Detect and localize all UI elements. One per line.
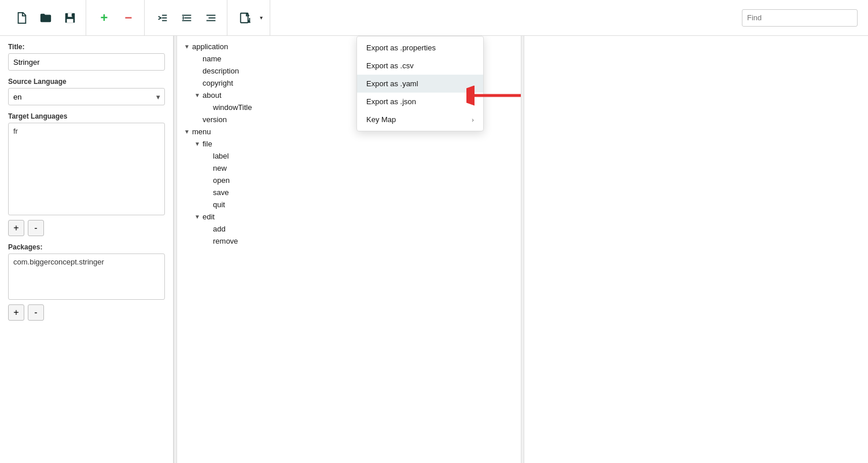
remove-package-button[interactable]: -: [28, 304, 44, 321]
tree-toggle-application[interactable]: ▼: [184, 43, 192, 50]
export-group: ▾: [230, 0, 270, 35]
tree-item-open[interactable]: open: [177, 174, 521, 186]
indent-group: [147, 0, 227, 35]
svg-rect-2: [67, 19, 73, 22]
title-label: Title:: [8, 43, 165, 51]
main-area: Title: Source Language en ▾ Target Langu…: [0, 36, 868, 463]
menu-item-label-export-properties: Export as .properties: [366, 43, 436, 52]
tree-item-quit[interactable]: quit: [177, 199, 521, 211]
tree-item-edit[interactable]: ▼edit: [177, 211, 521, 223]
indent-decrease-button[interactable]: [176, 7, 198, 29]
menu-item-export-json[interactable]: Export as .json: [357, 93, 483, 111]
find-group: [737, 0, 862, 35]
menu-item-key-map[interactable]: Key Map›: [357, 111, 483, 128]
tree-label-application: application: [192, 42, 228, 51]
save-button[interactable]: [59, 7, 81, 29]
tree-label-quit: quit: [213, 200, 225, 209]
indent-right-button[interactable]: [152, 7, 174, 29]
export-button-wrap: ▾: [234, 7, 265, 29]
tree-toggle-about[interactable]: ▼: [194, 92, 203, 98]
menu-item-label-export-yaml: Export as .yaml: [366, 79, 418, 88]
target-lang-buttons: + -: [8, 220, 165, 236]
target-languages-label: Target Languages: [8, 112, 165, 120]
new-file-button[interactable]: [10, 7, 32, 29]
tree-label-remove: remove: [213, 237, 238, 245]
tree-label-file: file: [203, 139, 212, 148]
tree-label-add: add: [213, 225, 226, 233]
packages-buttons: + -: [8, 304, 165, 321]
title-input[interactable]: [8, 53, 165, 71]
source-language-select[interactable]: en: [8, 88, 165, 105]
target-languages-box[interactable]: fr: [8, 123, 165, 215]
submenu-chevron-icon: ›: [472, 116, 474, 123]
tree-label-windowTitle: windowTitle: [213, 103, 252, 112]
tree-toggle-file[interactable]: ▼: [194, 141, 203, 147]
menu-item-label-export-json: Export as .json: [366, 97, 416, 106]
tree-label-description: description: [203, 67, 239, 75]
tree-label-copyright: copyright: [203, 79, 233, 87]
toolbar: + −: [0, 0, 868, 36]
tree-item-add[interactable]: add: [177, 223, 521, 235]
tree-item-new[interactable]: new: [177, 162, 521, 174]
add-remove-group: + −: [89, 0, 145, 35]
menu-item-label-export-csv: Export as .csv: [366, 61, 414, 70]
tree-label-new: new: [213, 164, 227, 172]
source-language-label: Source Language: [8, 78, 165, 86]
tree-label-label: label: [213, 152, 229, 160]
svg-rect-3: [72, 13, 73, 16]
tree-label-edit: edit: [203, 212, 215, 221]
tree-label-menu: menu: [192, 127, 211, 136]
tree-item-remove[interactable]: remove: [177, 235, 521, 247]
tree-label-save: save: [213, 188, 229, 197]
export-dropdown-menu: Export as .propertiesExport as .csvExpor…: [356, 36, 484, 131]
tree-toggle-edit[interactable]: ▼: [194, 214, 203, 220]
menu-item-export-properties[interactable]: Export as .properties: [357, 39, 483, 57]
tree-label-name: name: [203, 54, 222, 63]
export-dropdown-button[interactable]: ▾: [258, 7, 265, 29]
tree-toggle-menu[interactable]: ▼: [184, 128, 192, 135]
tree-item-file[interactable]: ▼file: [177, 138, 521, 150]
indent-increase-button[interactable]: [200, 7, 222, 29]
svg-rect-1: [68, 13, 72, 16]
tree-item-label[interactable]: label: [177, 150, 521, 162]
source-language-wrap: en ▾: [8, 88, 165, 105]
tree-label-version: version: [203, 115, 227, 124]
export-main-button[interactable]: [234, 7, 256, 29]
add-target-lang-button[interactable]: +: [8, 220, 24, 236]
menu-item-export-yaml[interactable]: Export as .yaml: [357, 75, 483, 93]
add-button[interactable]: +: [93, 7, 115, 29]
packages-box[interactable]: com.biggerconcept.stringer: [8, 253, 165, 300]
open-folder-button[interactable]: [35, 7, 57, 29]
remove-button[interactable]: −: [117, 7, 139, 29]
menu-item-label-key-map: Key Map: [366, 115, 396, 124]
tree-item-save[interactable]: save: [177, 186, 521, 199]
file-buttons-group: [6, 0, 86, 35]
remove-target-lang-button[interactable]: -: [28, 220, 44, 236]
menu-item-export-csv[interactable]: Export as .csv: [357, 57, 483, 75]
left-panel: Title: Source Language en ▾ Target Langu…: [0, 36, 174, 463]
add-package-button[interactable]: +: [8, 304, 24, 321]
tree-label-open: open: [213, 176, 230, 185]
right-panel: [524, 36, 868, 463]
center-panel: ▼applicationnamedescriptioncopyright▼abo…: [177, 36, 521, 463]
find-input[interactable]: [742, 9, 858, 27]
tree-label-about: about: [203, 91, 222, 100]
packages-label: Packages:: [8, 243, 165, 251]
